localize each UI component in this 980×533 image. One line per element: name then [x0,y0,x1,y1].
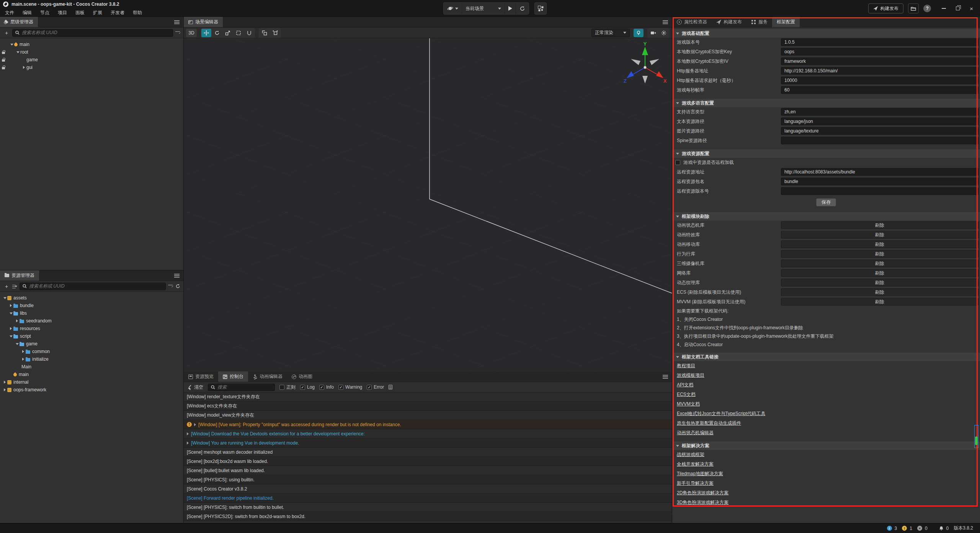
minimize-button[interactable] [942,8,946,9]
expand-chevron-icon[interactable] [194,423,196,426]
solution-link[interactable]: 2D角色扮演游戏解决方案 [677,488,728,498]
panel-menu-icon[interactable] [663,22,668,23]
asset-node-row[interactable]: game [0,340,183,348]
menu-item[interactable]: 面板 [71,8,89,17]
open-project-folder-button[interactable] [908,3,919,13]
solution-link[interactable]: Tiledmap地图解决方案 [677,469,723,479]
hierarchy-node-row[interactable]: main [0,41,183,48]
expand-chevron-icon[interactable] [187,441,189,445]
hierarchy-node-row[interactable]: game [0,56,183,64]
rotate-tool-button[interactable] [212,29,222,37]
hierarchy-node-row[interactable]: gui [0,64,183,71]
chevron-icon[interactable] [8,304,13,307]
doc-link[interactable]: Excel格式转Json文件与TypeScript代码工具 [677,409,765,419]
log-entry[interactable]: [Window] model_view文件夹存在 [184,411,672,420]
add-node-button[interactable]: + [3,30,10,36]
menu-item[interactable]: 节点 [36,8,54,17]
asset-node-row[interactable]: common [0,348,183,355]
chevron-icon[interactable] [8,335,13,337]
filter-icon[interactable] [175,31,180,35]
snap-tool-button[interactable] [260,29,270,37]
asset-node-row[interactable]: script [0,332,183,340]
solution-link[interactable]: 新手引导解决方案 [677,479,714,488]
console-search-input[interactable]: 搜索 [208,384,275,391]
text-input[interactable]: oops [781,48,978,56]
scale-tool-button[interactable] [223,29,233,37]
build-publish-button[interactable]: 构建发布 [868,3,903,13]
text-input[interactable] [781,137,978,144]
doc-link[interactable]: 原生包热更新配置自动生成插件 [677,419,741,428]
tab-hierarchy[interactable]: 层级管理器 [0,17,38,27]
hierarchy-search-input[interactable]: 搜索名称或 UUID [12,29,173,37]
chevron-icon[interactable] [2,388,7,391]
render-mode-select[interactable]: 正常渲染 [591,29,630,37]
ui-transform-tool-button[interactable] [244,29,254,37]
lighting-toggle-button[interactable] [634,29,644,37]
inspector-tab[interactable]: 构建发布 [712,17,746,27]
doc-link[interactable]: 教程项目 [677,361,695,371]
panel-menu-icon[interactable] [174,275,180,276]
asset-node-row[interactable]: Main [0,363,183,371]
checkbox[interactable] [675,160,680,165]
add-asset-button[interactable]: + [3,283,10,289]
scene-camera-button[interactable] [648,29,658,37]
remove-module-button[interactable]: 剔除 [781,240,978,248]
close-button[interactable]: × [970,6,973,11]
regex-checkbox[interactable]: 正则 [279,384,296,391]
chevron-icon[interactable] [21,350,26,353]
log-filter-checkbox[interactable]: Info [319,384,334,390]
console-tab[interactable]: 控制台 [218,371,248,382]
preview-qr-button[interactable] [534,2,547,15]
filter-icon[interactable] [168,284,173,288]
menu-item[interactable]: 扩展 [89,8,106,17]
gizmo-space-button[interactable] [270,29,280,37]
remove-module-button[interactable]: 剔除 [781,221,978,229]
remove-module-button[interactable]: 剔除 [781,279,978,286]
panel-menu-icon[interactable] [663,376,668,377]
inspector-tab[interactable]: 框架配置 [772,17,800,27]
refresh-icon[interactable] [175,284,180,289]
text-input[interactable]: 10000 [781,77,978,84]
menu-item[interactable]: 帮助 [129,8,146,17]
warning-count-icon[interactable]: ! [902,526,907,531]
reload-button[interactable] [516,3,529,14]
text-input[interactable]: language/json [781,118,978,125]
text-input[interactable]: zh,en [781,108,978,116]
remove-module-button[interactable]: 剔除 [781,260,978,267]
tab-assets[interactable]: 资源管理器 [0,270,39,281]
sort-icon[interactable] [12,284,17,288]
log-entry[interactable]: [Window] render_texture文件夹存在 [184,392,672,402]
text-input[interactable]: http://localhost:8083/assets/bundle [781,168,978,176]
expand-chevron-icon[interactable] [187,432,189,435]
chevron-icon[interactable] [9,44,14,46]
chevron-icon[interactable] [2,381,7,384]
3d-toggle-button[interactable]: 3D [186,29,197,37]
section-header[interactable]: 游戏基础配置 [672,29,980,38]
info-count-icon[interactable]: i [887,526,892,531]
chevron-icon[interactable] [8,312,13,314]
asset-node-row[interactable]: initialize [0,355,183,363]
platform-select[interactable] [444,3,462,14]
log-entry[interactable]: [Scene] [PHYSICS2D]: switch from box2d-w… [184,512,672,521]
asset-node-row[interactable]: libs [0,309,183,317]
log-entry[interactable]: [Scene] [PHYSICS]: switch from builtin t… [184,503,672,512]
remove-module-button[interactable]: 剔除 [781,250,978,258]
log-entry[interactable]: [Window] [Vue warn]: Property "onInput" … [184,420,672,429]
play-button[interactable] [505,3,516,14]
assets-search-input[interactable]: 搜索名称或 UUID [20,283,166,290]
asset-node-row[interactable]: seedrandom [0,317,183,325]
section-header[interactable]: 游戏资源配置 [672,149,980,158]
tab-scene-editor[interactable]: 场景编辑器 [184,17,223,27]
maximize-button[interactable] [956,7,960,10]
solution-link[interactable]: 战棋游戏框架 [677,450,704,459]
inspector-tab[interactable]: 服务 [746,17,772,27]
menu-item[interactable]: 开发者 [106,8,129,17]
log-entry[interactable]: [Window] Download the Vue Devtools exten… [184,429,672,438]
clear-console-button[interactable]: 清空 [188,384,203,391]
remote-load-checkbox-row[interactable]: 游戏中资源是否远程加载 [672,158,980,167]
remove-module-button[interactable]: 剔除 [781,231,978,239]
asset-node-row[interactable]: bundle [0,302,183,309]
scene-viewport[interactable]: Y X Z [184,38,672,382]
text-input[interactable]: http://192.168.0.150/main/ [781,67,978,75]
log-entry[interactable]: [Window] You are running Vue in developm… [184,438,672,448]
